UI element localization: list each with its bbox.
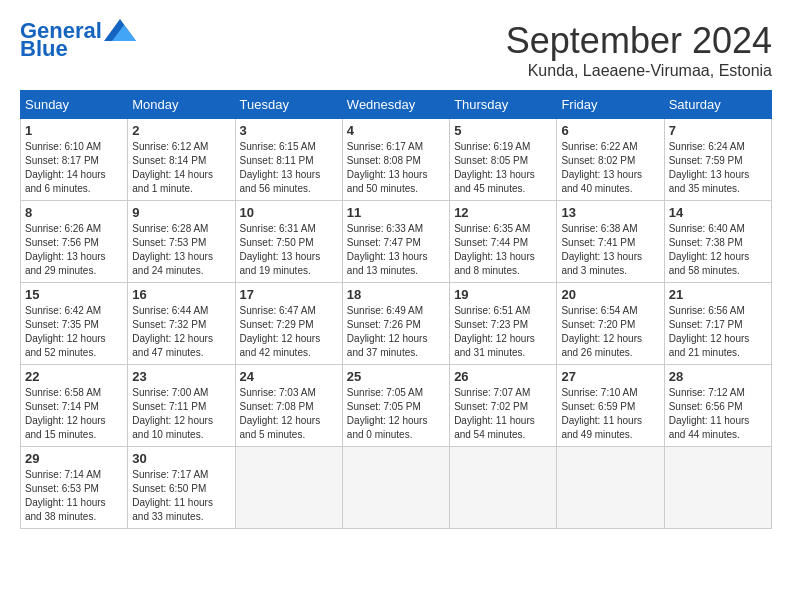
table-row: 6Sunrise: 6:22 AMSunset: 8:02 PMDaylight… [557,119,664,201]
day-info: Sunrise: 6:35 AMSunset: 7:44 PMDaylight:… [454,222,552,278]
day-number: 24 [240,369,338,384]
col-monday: Monday [128,91,235,119]
col-wednesday: Wednesday [342,91,449,119]
table-row: 16Sunrise: 6:44 AMSunset: 7:32 PMDayligh… [128,283,235,365]
day-number: 22 [25,369,123,384]
day-info: Sunrise: 6:17 AMSunset: 8:08 PMDaylight:… [347,140,445,196]
day-number: 8 [25,205,123,220]
day-info: Sunrise: 7:00 AMSunset: 7:11 PMDaylight:… [132,386,230,442]
table-row: 23Sunrise: 7:00 AMSunset: 7:11 PMDayligh… [128,365,235,447]
table-row: 9Sunrise: 6:28 AMSunset: 7:53 PMDaylight… [128,201,235,283]
day-number: 14 [669,205,767,220]
table-row: 2Sunrise: 6:12 AMSunset: 8:14 PMDaylight… [128,119,235,201]
table-row [450,447,557,529]
day-info: Sunrise: 6:38 AMSunset: 7:41 PMDaylight:… [561,222,659,278]
day-info: Sunrise: 6:58 AMSunset: 7:14 PMDaylight:… [25,386,123,442]
day-number: 2 [132,123,230,138]
title-section: September 2024 Kunda, Laeaene-Virumaa, E… [506,20,772,80]
day-info: Sunrise: 6:44 AMSunset: 7:32 PMDaylight:… [132,304,230,360]
day-number: 12 [454,205,552,220]
day-number: 19 [454,287,552,302]
day-info: Sunrise: 6:10 AMSunset: 8:17 PMDaylight:… [25,140,123,196]
day-info: Sunrise: 7:10 AMSunset: 6:59 PMDaylight:… [561,386,659,442]
col-tuesday: Tuesday [235,91,342,119]
table-row: 27Sunrise: 7:10 AMSunset: 6:59 PMDayligh… [557,365,664,447]
day-number: 15 [25,287,123,302]
table-row: 17Sunrise: 6:47 AMSunset: 7:29 PMDayligh… [235,283,342,365]
table-row: 28Sunrise: 7:12 AMSunset: 6:56 PMDayligh… [664,365,771,447]
col-thursday: Thursday [450,91,557,119]
table-row: 1Sunrise: 6:10 AMSunset: 8:17 PMDaylight… [21,119,128,201]
table-row [557,447,664,529]
table-row: 19Sunrise: 6:51 AMSunset: 7:23 PMDayligh… [450,283,557,365]
day-number: 27 [561,369,659,384]
calendar-header-row: Sunday Monday Tuesday Wednesday Thursday… [21,91,772,119]
day-number: 25 [347,369,445,384]
location-subtitle: Kunda, Laeaene-Virumaa, Estonia [506,62,772,80]
day-info: Sunrise: 6:47 AMSunset: 7:29 PMDaylight:… [240,304,338,360]
table-row: 8Sunrise: 6:26 AMSunset: 7:56 PMDaylight… [21,201,128,283]
day-number: 10 [240,205,338,220]
day-number: 4 [347,123,445,138]
day-info: Sunrise: 7:12 AMSunset: 6:56 PMDaylight:… [669,386,767,442]
day-number: 11 [347,205,445,220]
day-info: Sunrise: 7:17 AMSunset: 6:50 PMDaylight:… [132,468,230,524]
logo-icon [104,19,136,41]
day-info: Sunrise: 6:56 AMSunset: 7:17 PMDaylight:… [669,304,767,360]
day-number: 17 [240,287,338,302]
calendar-week-row: 22Sunrise: 6:58 AMSunset: 7:14 PMDayligh… [21,365,772,447]
day-number: 7 [669,123,767,138]
day-info: Sunrise: 6:42 AMSunset: 7:35 PMDaylight:… [25,304,123,360]
day-number: 13 [561,205,659,220]
day-info: Sunrise: 6:31 AMSunset: 7:50 PMDaylight:… [240,222,338,278]
day-info: Sunrise: 7:14 AMSunset: 6:53 PMDaylight:… [25,468,123,524]
page-header: General Blue September 2024 Kunda, Laeae… [20,20,772,80]
month-title: September 2024 [506,20,772,62]
day-number: 3 [240,123,338,138]
calendar-week-row: 8Sunrise: 6:26 AMSunset: 7:56 PMDaylight… [21,201,772,283]
day-info: Sunrise: 6:54 AMSunset: 7:20 PMDaylight:… [561,304,659,360]
day-info: Sunrise: 6:24 AMSunset: 7:59 PMDaylight:… [669,140,767,196]
col-saturday: Saturday [664,91,771,119]
calendar-week-row: 15Sunrise: 6:42 AMSunset: 7:35 PMDayligh… [21,283,772,365]
table-row: 11Sunrise: 6:33 AMSunset: 7:47 PMDayligh… [342,201,449,283]
table-row [235,447,342,529]
day-number: 16 [132,287,230,302]
day-info: Sunrise: 6:28 AMSunset: 7:53 PMDaylight:… [132,222,230,278]
table-row: 4Sunrise: 6:17 AMSunset: 8:08 PMDaylight… [342,119,449,201]
day-info: Sunrise: 6:12 AMSunset: 8:14 PMDaylight:… [132,140,230,196]
table-row: 22Sunrise: 6:58 AMSunset: 7:14 PMDayligh… [21,365,128,447]
table-row [664,447,771,529]
table-row: 13Sunrise: 6:38 AMSunset: 7:41 PMDayligh… [557,201,664,283]
table-row [342,447,449,529]
table-row: 7Sunrise: 6:24 AMSunset: 7:59 PMDaylight… [664,119,771,201]
table-row: 21Sunrise: 6:56 AMSunset: 7:17 PMDayligh… [664,283,771,365]
calendar-week-row: 29Sunrise: 7:14 AMSunset: 6:53 PMDayligh… [21,447,772,529]
day-number: 23 [132,369,230,384]
day-info: Sunrise: 7:05 AMSunset: 7:05 PMDaylight:… [347,386,445,442]
calendar-table: Sunday Monday Tuesday Wednesday Thursday… [20,90,772,529]
table-row: 26Sunrise: 7:07 AMSunset: 7:02 PMDayligh… [450,365,557,447]
day-info: Sunrise: 6:40 AMSunset: 7:38 PMDaylight:… [669,222,767,278]
table-row: 15Sunrise: 6:42 AMSunset: 7:35 PMDayligh… [21,283,128,365]
day-number: 9 [132,205,230,220]
day-number: 1 [25,123,123,138]
day-number: 29 [25,451,123,466]
day-info: Sunrise: 7:07 AMSunset: 7:02 PMDaylight:… [454,386,552,442]
col-friday: Friday [557,91,664,119]
table-row: 14Sunrise: 6:40 AMSunset: 7:38 PMDayligh… [664,201,771,283]
day-info: Sunrise: 6:33 AMSunset: 7:47 PMDaylight:… [347,222,445,278]
day-number: 28 [669,369,767,384]
calendar-week-row: 1Sunrise: 6:10 AMSunset: 8:17 PMDaylight… [21,119,772,201]
col-sunday: Sunday [21,91,128,119]
logo: General Blue [20,20,136,60]
logo-blue: Blue [20,38,68,60]
day-info: Sunrise: 6:19 AMSunset: 8:05 PMDaylight:… [454,140,552,196]
table-row: 5Sunrise: 6:19 AMSunset: 8:05 PMDaylight… [450,119,557,201]
day-info: Sunrise: 6:49 AMSunset: 7:26 PMDaylight:… [347,304,445,360]
day-info: Sunrise: 6:15 AMSunset: 8:11 PMDaylight:… [240,140,338,196]
table-row: 10Sunrise: 6:31 AMSunset: 7:50 PMDayligh… [235,201,342,283]
table-row: 25Sunrise: 7:05 AMSunset: 7:05 PMDayligh… [342,365,449,447]
day-info: Sunrise: 7:03 AMSunset: 7:08 PMDaylight:… [240,386,338,442]
day-number: 20 [561,287,659,302]
